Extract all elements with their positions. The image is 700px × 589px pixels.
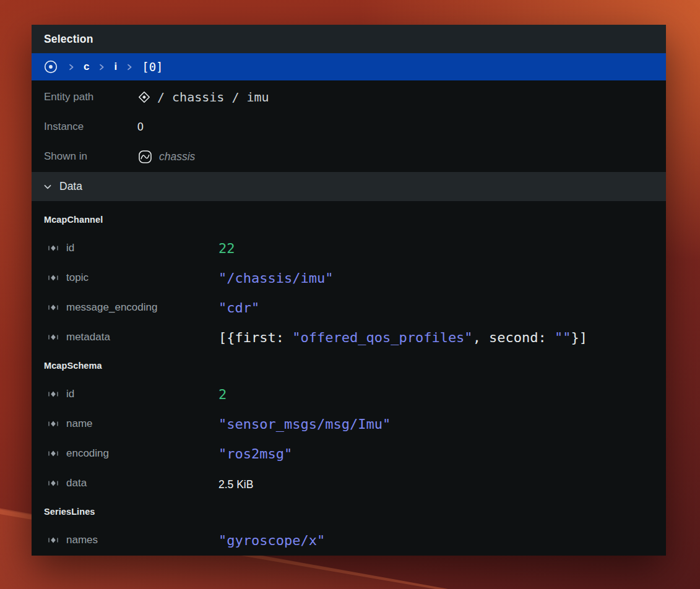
component-row: data 2.5 KiB xyxy=(32,468,666,498)
chevron-down-icon xyxy=(43,182,53,192)
component-value-part: "offered_qos_profiles" xyxy=(292,330,472,345)
component-value-part: 22 xyxy=(218,241,235,256)
component-row: topic "/chassis/imu" xyxy=(32,263,666,293)
component-group-name: McapSchema xyxy=(32,352,666,379)
selection-panel: Selection c i [0] Entity path xyxy=(32,25,666,556)
selection-panel-header: Selection xyxy=(32,25,666,53)
breadcrumb-chevron-icon xyxy=(67,62,76,72)
component-icon xyxy=(47,534,61,546)
component-label: message_encoding xyxy=(66,301,218,314)
instance-value: 0 xyxy=(137,121,144,134)
component-value: 2.5 KiB xyxy=(218,476,253,491)
component-icon xyxy=(47,301,61,314)
component-value-part: "cdr" xyxy=(218,300,259,316)
component-label: encoding xyxy=(66,447,218,460)
component-value-part: 2.5 KiB xyxy=(218,478,253,491)
component-value-part: }] xyxy=(571,330,588,345)
breadcrumb-items: c i [0] xyxy=(67,60,163,74)
component-group-name: McapChannel xyxy=(32,206,666,233)
shown-in-view-link[interactable]: chassis xyxy=(137,149,195,165)
entity-path-value: / chassis / imu xyxy=(157,90,269,105)
component-value: "sensor_msgs/msg/Imu" xyxy=(218,416,391,432)
component-value-part: "/chassis/imu" xyxy=(218,270,333,286)
component-row: id 2 xyxy=(32,379,666,409)
selection-properties: Entity path / chassis / imu Instance 0 S… xyxy=(32,80,666,171)
component-value: [{first: "offered_qos_profiles", second:… xyxy=(218,330,587,345)
component-value: 2 xyxy=(218,387,227,402)
component-label: topic xyxy=(66,272,218,284)
component-row: names "gyroscope/x" xyxy=(32,525,666,555)
component-row: encoding "ros2msg" xyxy=(32,439,666,468)
component-icon xyxy=(47,447,61,460)
breadcrumb-item[interactable]: [0] xyxy=(142,60,163,74)
component-row: metadata [{first: "offered_qos_profiles"… xyxy=(32,322,666,352)
component-value-part: "gyroscope/x" xyxy=(218,533,325,548)
component-value: "ros2msg" xyxy=(218,446,292,462)
component-icon xyxy=(47,418,61,430)
component-label: data xyxy=(66,477,218,489)
data-section-title: Data xyxy=(59,180,82,193)
component-value-part: [{first: xyxy=(218,330,292,345)
component-row: id 22 xyxy=(32,233,666,263)
component-row: name "sensor_msgs/msg/Imu" xyxy=(32,409,666,439)
breadcrumb-chevron-icon xyxy=(125,62,134,72)
breadcrumb-chevron-icon xyxy=(97,62,106,72)
component-icon xyxy=(47,272,61,284)
component-group-name: SeriesLines xyxy=(32,498,666,525)
component-value: 22 xyxy=(218,241,235,256)
instance-label: Instance xyxy=(44,121,137,133)
shown-in-label: Shown in xyxy=(44,150,137,163)
data-section-header[interactable]: Data xyxy=(32,172,666,201)
component-label: metadata xyxy=(66,331,218,343)
shown-in-view-name: chassis xyxy=(159,150,195,163)
component-value: "/chassis/imu" xyxy=(218,270,333,286)
timeseries-view-icon xyxy=(137,149,153,165)
component-value-part: "" xyxy=(555,330,571,345)
component-value: "cdr" xyxy=(218,300,259,316)
entity-path-label: Entity path xyxy=(44,91,137,103)
component-icon xyxy=(47,242,61,254)
component-icon xyxy=(47,388,61,400)
recording-icon[interactable] xyxy=(43,59,59,75)
component-value-part: 2 xyxy=(218,387,227,402)
component-value-part: "sensor_msgs/msg/Imu" xyxy=(218,416,391,432)
breadcrumb-item[interactable]: i xyxy=(114,61,117,73)
panel-title: Selection xyxy=(44,33,93,46)
component-icon xyxy=(47,331,61,343)
component-value-part: "ros2msg" xyxy=(218,446,292,462)
entity-path-link[interactable]: / chassis / imu xyxy=(137,90,269,105)
component-row: message_encoding "cdr" xyxy=(32,293,666,322)
component-label: id xyxy=(66,388,218,400)
breadcrumb: c i [0] xyxy=(32,53,666,80)
component-label: name xyxy=(66,418,218,430)
entity-path-row: Entity path / chassis / imu xyxy=(32,82,666,112)
component-value: "gyroscope/x" xyxy=(218,533,325,548)
breadcrumb-item[interactable]: c xyxy=(84,61,89,73)
component-label: id xyxy=(66,242,218,254)
entity-icon xyxy=(137,90,151,104)
instance-row: Instance 0 xyxy=(32,112,666,142)
component-value-part: , second: xyxy=(473,330,555,345)
component-label: names xyxy=(66,534,218,546)
data-section-body: McapChannel id 22 topic "/chassis/imu" xyxy=(32,201,666,555)
component-icon xyxy=(47,477,61,489)
shown-in-row: Shown in chassis xyxy=(32,142,666,171)
